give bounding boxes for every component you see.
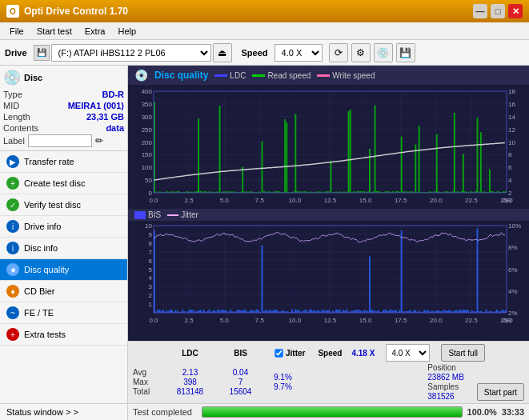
jitter-checkbox[interactable]: [275, 349, 283, 357]
nav-fe-te-label: FE / TE: [24, 308, 54, 318]
stats-speed-select[interactable]: 4.0 X: [386, 344, 430, 362]
legend-write-speed-label: Write speed: [332, 71, 375, 80]
progress-bar-fill: [202, 407, 462, 417]
avg-jitter: 9.1%: [274, 373, 292, 382]
settings-button[interactable]: ⚙: [351, 43, 371, 62]
save-button[interactable]: 💾: [396, 43, 415, 62]
legend-bis-color: [134, 211, 146, 219]
start-part-button[interactable]: Start part: [477, 383, 524, 401]
close-button[interactable]: ✕: [508, 4, 523, 18]
stats-data-rows: Avg Max Total 2.13 398 813148 0.04 7 156…: [133, 363, 524, 401]
max-bis: 7: [218, 378, 262, 386]
app-icon: O: [6, 5, 19, 18]
legend-ldc: LDC: [214, 71, 246, 80]
disc-section: 💿 Disc Type BD-R MID MEIRA1 (001) Length…: [0, 66, 127, 151]
toolbar: Drive 💾 (F:) ATAPI iHBS112 2 PL06 ⏏ Spee…: [0, 40, 529, 66]
menubar: File Start test Extra Help: [0, 22, 529, 40]
bottom-chart-header: BIS Jitter: [128, 209, 529, 221]
menu-help[interactable]: Help: [111, 25, 142, 38]
menu-extra[interactable]: Extra: [78, 25, 112, 38]
disc-mid-value: MEIRA1 (001): [68, 101, 124, 110]
stats-bis-header: BIS: [218, 349, 262, 358]
transfer-rate-icon: ▶: [6, 155, 19, 168]
titlebar: O Opti Drive Control 1.70 — □ ✕: [0, 0, 529, 22]
disc-label-input[interactable]: [28, 134, 92, 147]
verify-test-disc-icon: ✓: [6, 198, 19, 211]
maximize-button[interactable]: □: [491, 4, 505, 18]
max-label: Max: [133, 378, 162, 386]
progress-percent: 100.0%: [467, 407, 497, 417]
stats-area: LDC BIS Jitter Speed 4.18 X 4.0 X Start …: [128, 341, 529, 403]
cd-bier-icon: ♦: [6, 285, 19, 298]
legend-jitter-color: [167, 214, 178, 216]
legend-read-speed-color: [252, 74, 265, 77]
total-ldc: 813148: [168, 387, 212, 396]
position-label: Position: [427, 363, 464, 372]
drive-icon: 💾: [34, 45, 50, 61]
drive-select[interactable]: (F:) ATAPI iHBS112 2 PL06: [51, 44, 211, 62]
nav-cd-bier[interactable]: ♦ CD Bier: [0, 281, 127, 302]
legend-ldc-color: [214, 74, 227, 77]
stats-header-row: LDC BIS Jitter Speed 4.18 X 4.0 X Start …: [133, 344, 524, 362]
start-full-button[interactable]: Start full: [441, 344, 485, 362]
refresh-button[interactable]: ⟳: [329, 43, 348, 62]
nav-extra-tests-label: Extra tests: [24, 330, 66, 339]
nav-fe-te[interactable]: ~ FE / TE: [0, 302, 127, 324]
legend-read-speed: Read speed: [252, 71, 311, 80]
disc-button[interactable]: 💿: [374, 43, 393, 62]
nav-verify-test-disc[interactable]: ✓ Verify test disc: [0, 194, 127, 216]
nav-extra-tests[interactable]: + Extra tests: [0, 324, 127, 346]
disc-label-row: Label ✏: [3, 134, 124, 147]
menu-start-test[interactable]: Start test: [30, 25, 78, 38]
window-controls: — □ ✕: [473, 4, 523, 18]
avg-label: Avg: [133, 368, 162, 377]
legend-write-speed: Write speed: [317, 71, 375, 80]
charts-area: BIS Jitter: [128, 85, 529, 341]
disc-contents-row: Contents data: [3, 123, 124, 133]
chart-header: 💿 Disc quality LDC Read speed Write spee…: [128, 66, 529, 85]
status-window-label: Status window > >: [6, 407, 78, 417]
nav-verify-test-disc-label: Verify test disc: [24, 200, 81, 210]
left-panel: 💿 Disc Type BD-R MID MEIRA1 (001) Length…: [0, 66, 128, 420]
disc-mid-label: MID: [3, 101, 19, 110]
menu-file[interactable]: File: [3, 25, 30, 38]
bottom-chart: [128, 221, 529, 341]
nav-transfer-rate-label: Transfer rate: [24, 157, 74, 166]
legend-bis-label: BIS: [148, 210, 161, 219]
stats-speed-header: Speed: [318, 349, 342, 358]
samples-label: Samples: [427, 382, 464, 391]
legend-read-speed-label: Read speed: [267, 71, 311, 80]
label-edit-icon[interactable]: ✏: [95, 135, 103, 146]
nav-create-test-disc[interactable]: + Create test disc: [0, 173, 127, 194]
status-window-button[interactable]: Status window > >: [0, 403, 127, 420]
stats-ldc-header: LDC: [168, 349, 212, 358]
legend-jitter: Jitter: [167, 210, 198, 219]
disc-label-label: Label: [3, 136, 25, 146]
max-ldc: 398: [168, 378, 212, 386]
minimize-button[interactable]: —: [473, 4, 487, 18]
progress-time: 33:33: [502, 407, 524, 417]
nav-create-test-disc-label: Create test disc: [24, 178, 85, 188]
chart-title: Disc quality: [154, 70, 208, 81]
nav-transfer-rate[interactable]: ▶ Transfer rate: [0, 151, 127, 173]
speed-select[interactable]: 4.0 X: [275, 44, 323, 62]
disc-length-row: Length 23,31 GB: [3, 112, 124, 122]
progress-bar: [202, 406, 463, 418]
disc-quality-header-icon: 💿: [134, 69, 148, 82]
progress-row: Test completed 100.0% 33:33: [128, 403, 529, 420]
stats-speed-value: 4.18 X: [351, 349, 375, 358]
top-chart: [128, 85, 529, 209]
legend-jitter-label: Jitter: [181, 210, 198, 219]
nav-disc-quality[interactable]: ★ Disc quality: [0, 259, 127, 281]
eject-button[interactable]: ⏏: [213, 43, 232, 62]
main-layout: 💿 Disc Type BD-R MID MEIRA1 (001) Length…: [0, 66, 529, 420]
disc-icon: 💿: [3, 69, 21, 86]
disc-contents-value: data: [106, 123, 124, 133]
drive-info-icon: i: [6, 220, 19, 233]
avg-bis: 0.04: [218, 368, 262, 377]
disc-info-icon: i: [6, 242, 19, 254]
disc-header: 💿 Disc: [3, 69, 124, 86]
nav-disc-info[interactable]: i Disc info: [0, 238, 127, 259]
nav-drive-info[interactable]: i Drive info: [0, 216, 127, 238]
nav-disc-quality-label: Disc quality: [24, 265, 69, 274]
